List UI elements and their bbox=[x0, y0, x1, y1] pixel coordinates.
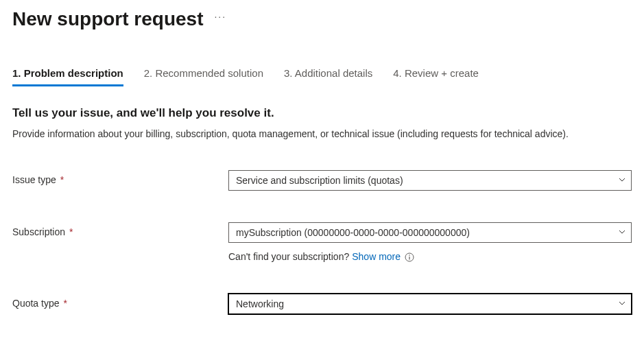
issue-type-value: Service and subscription limits (quotas) bbox=[236, 175, 403, 186]
more-actions-icon[interactable]: ··· bbox=[214, 11, 226, 22]
wizard-tabs: 1. Problem description 2. Recommended so… bbox=[12, 64, 632, 87]
subscription-select[interactable]: mySubscription (00000000-0000-0000-00000… bbox=[228, 222, 632, 243]
tab-problem-description[interactable]: 1. Problem description bbox=[12, 64, 123, 86]
tab-label: 1. Problem description bbox=[12, 67, 123, 79]
svg-rect-2 bbox=[409, 257, 409, 260]
page-header: New support request ··· bbox=[12, 8, 632, 30]
issue-type-select[interactable]: Service and subscription limits (quotas) bbox=[228, 170, 632, 191]
quota-type-label: Quota type * bbox=[12, 294, 228, 309]
section-heading: Tell us your issue, and we'll help you r… bbox=[12, 106, 632, 120]
subscription-helper: Can't find your subscription? Show more bbox=[228, 251, 632, 262]
tab-label: 2. Recommended solution bbox=[144, 67, 263, 79]
section-description: Provide information about your billing, … bbox=[12, 127, 632, 141]
page-title: New support request bbox=[12, 8, 203, 30]
tab-label: 4. Review + create bbox=[393, 67, 479, 79]
quota-type-value: Networking bbox=[236, 298, 284, 309]
required-indicator: * bbox=[67, 226, 73, 237]
form-row-quota-type: Quota type * Networking bbox=[12, 294, 632, 314]
svg-point-1 bbox=[409, 255, 410, 256]
tab-label: 3. Additional details bbox=[284, 67, 372, 79]
tab-additional-details[interactable]: 3. Additional details bbox=[284, 64, 372, 86]
quota-type-select[interactable]: Networking bbox=[228, 294, 632, 314]
subscription-value: mySubscription (00000000-0000-0000-00000… bbox=[236, 227, 470, 238]
info-icon[interactable] bbox=[405, 252, 414, 262]
tab-review-create[interactable]: 4. Review + create bbox=[393, 64, 479, 86]
form-row-subscription: Subscription * mySubscription (00000000-… bbox=[12, 222, 632, 262]
show-more-link[interactable]: Show more bbox=[352, 251, 401, 262]
required-indicator: * bbox=[58, 174, 64, 185]
form-row-issue-type: Issue type * Service and subscription li… bbox=[12, 170, 632, 191]
required-indicator: * bbox=[61, 298, 67, 309]
issue-type-label: Issue type * bbox=[12, 170, 228, 185]
subscription-label: Subscription * bbox=[12, 222, 228, 237]
tab-recommended-solution[interactable]: 2. Recommended solution bbox=[144, 64, 263, 86]
